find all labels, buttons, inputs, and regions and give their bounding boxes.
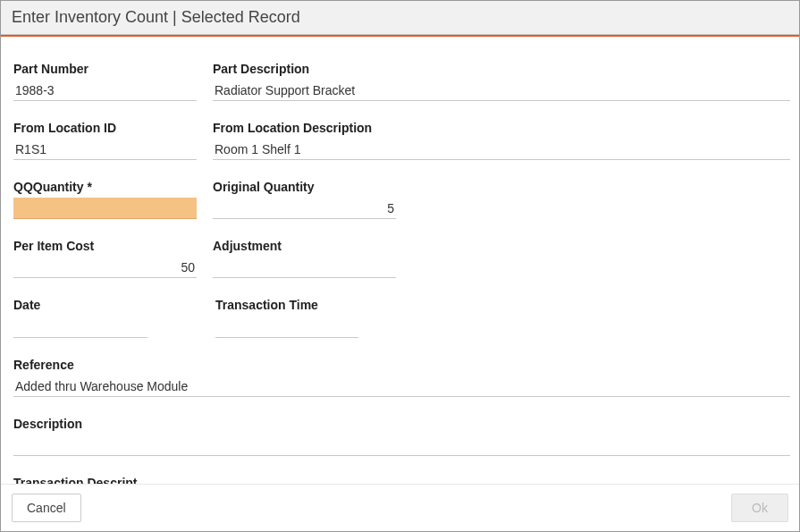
label-adjustment: Adjustment [213,239,396,253]
field-from-location-id: From Location ID [13,121,197,160]
input-from-location-id[interactable] [13,139,197,160]
label-part-description: Part Description [213,62,790,76]
input-from-location-description[interactable] [213,139,790,160]
field-qq-quantity: QQQuantity * [13,180,197,219]
input-qq-quantity[interactable] [13,198,197,219]
field-adjustment: Adjustment [213,239,396,278]
field-part-number: Part Number [13,62,197,101]
dialog-title: Enter Inventory Count | Selected Record [1,1,799,35]
input-part-description[interactable] [213,80,790,101]
label-per-item-cost: Per Item Cost [13,239,197,253]
field-part-description: Part Description [213,62,790,101]
input-per-item-cost[interactable] [13,257,197,278]
label-transaction-time: Transaction Time [215,298,358,312]
input-description[interactable] [13,435,790,456]
ok-button[interactable]: Ok [731,494,788,522]
label-original-quantity: Original Quantity [213,180,396,194]
input-reference[interactable] [13,376,790,397]
input-adjustment[interactable] [213,257,396,278]
field-date: Date [13,298,147,338]
input-transaction-time[interactable] [215,316,375,337]
field-original-quantity: Original Quantity [213,180,396,219]
label-description: Description [13,417,790,431]
field-description: Description [13,417,790,456]
input-original-quantity[interactable] [213,198,396,219]
label-from-location-id: From Location ID [13,121,197,135]
label-transaction-description: Transaction Descript [13,476,790,484]
form-scroll[interactable]: Part Number Part Description From Locati… [1,37,799,484]
field-transaction-time: Transaction Time [215,298,358,338]
dialog-window: Enter Inventory Count | Selected Record … [0,0,800,532]
label-date: Date [13,298,147,312]
field-per-item-cost: Per Item Cost [13,239,197,278]
dialog-footer: Cancel Ok [1,484,799,531]
input-part-number[interactable] [13,80,197,101]
cancel-button[interactable]: Cancel [12,494,81,522]
label-qq-quantity: QQQuantity * [13,180,197,194]
field-from-location-description: From Location Description [213,121,790,160]
label-reference: Reference [13,358,790,372]
label-part-number: Part Number [13,62,197,76]
content-area: Part Number Part Description From Locati… [1,37,799,484]
label-from-location-description: From Location Description [213,121,790,135]
field-reference: Reference [13,358,790,397]
input-date[interactable] [13,316,173,337]
field-transaction-description: Transaction Descript [13,476,790,484]
